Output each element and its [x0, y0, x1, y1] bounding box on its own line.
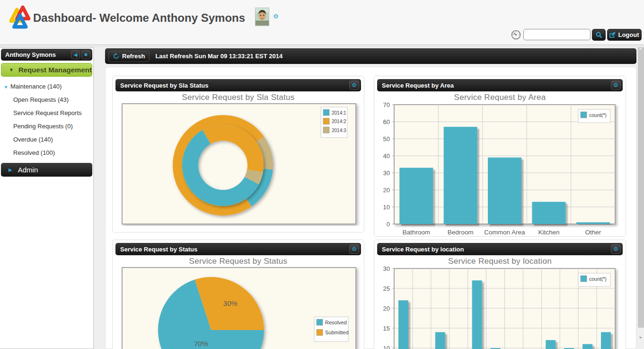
user-avatar[interactable] — [255, 8, 269, 26]
panel-sla-status-header: Service Request by Sla Status ⚙ — [115, 79, 361, 91]
page-title: Dashboard- Welcome Anthony Symons — [33, 11, 245, 25]
sidebar-item-service-request-reports[interactable]: Service Request Reports — [0, 106, 93, 119]
scrollbar-thumb[interactable] — [638, 47, 644, 328]
search-icon — [596, 32, 602, 38]
panel-settings-gear-icon[interactable]: ⚙ — [349, 244, 359, 254]
panel-settings-gear-icon[interactable]: ⚙ — [611, 244, 621, 254]
svg-text:Bedroom: Bedroom — [448, 229, 474, 236]
logout-label: Logout — [618, 31, 639, 38]
svg-text:Other: Other — [585, 229, 601, 236]
panel-status: Service Request by Status ⚙ Service Requ… — [112, 240, 364, 349]
svg-text:40: 40 — [383, 152, 390, 160]
search-button[interactable] — [592, 29, 606, 41]
refresh-icon — [113, 53, 119, 59]
svg-text:Kitchen: Kitchen — [538, 229, 559, 236]
chevron-down-icon: ▼ — [9, 67, 14, 72]
chart-title: Service Request by Status — [115, 255, 361, 267]
panel-settings-gear-icon[interactable]: ⚙ — [349, 81, 359, 90]
vertical-scrollbar[interactable]: ⌃ ⌄ — [638, 47, 644, 349]
refresh-button[interactable]: Refresh — [108, 51, 150, 62]
location-bar-chart: 051015202530count(*) — [377, 267, 624, 349]
sidebar-collapse-button[interactable]: ◀ — [71, 50, 80, 59]
chevron-down-icon: ▼ — [4, 85, 8, 89]
profile-settings-gear-icon[interactable]: ⚙ — [273, 13, 279, 20]
sidebar-item-open-requests[interactable]: Open Requests (43) — [0, 93, 93, 106]
svg-text:Common Area: Common Area — [484, 229, 525, 236]
panel-location: Service Request by location ⚙ Service Re… — [374, 240, 626, 349]
svg-text:30: 30 — [383, 267, 390, 272]
svg-text:15: 15 — [383, 325, 390, 332]
sidebar-item-resolved[interactable]: Resolved (100) — [0, 146, 93, 159]
chevron-right-icon: ▶ — [9, 167, 12, 172]
chart-title: Service Request by location — [377, 255, 623, 267]
sidebar-header: Anthony Symons ◀ ✖ — [1, 49, 92, 61]
chart-title: Service Request by Sla Status — [115, 91, 361, 103]
sidebar-item-request-management[interactable]: ▼ Request Management — [1, 63, 92, 77]
top-header: Dashboard- Welcome Anthony Symons ⚙ Logo… — [0, 0, 644, 45]
refresh-toolbar: Refresh Last Refresh Sun Mar 09 13:33:21… — [105, 48, 636, 64]
svg-text:2014:2: 2014:2 — [332, 119, 346, 124]
panel-location-header: Service Request by location ⚙ — [377, 243, 623, 255]
svg-text:10: 10 — [383, 345, 390, 349]
svg-text:10: 10 — [383, 204, 390, 211]
app-logo-icon — [5, 3, 32, 31]
svg-text:50: 50 — [383, 135, 390, 143]
logout-button[interactable]: Logout — [607, 29, 642, 41]
chart-title: Service Request by Area — [377, 91, 623, 103]
scroll-down-icon[interactable]: ⌄ — [638, 333, 643, 340]
sidebar: Anthony Symons ◀ ✖ ▼ Request Management … — [0, 47, 94, 349]
svg-text:0: 0 — [387, 221, 390, 228]
svg-text:20: 20 — [383, 305, 390, 312]
panel-sla-status: Service Request by Sla Status ⚙ Service … — [112, 76, 364, 233]
sla-status-donut-chart: 2014:12014:22014:3 — [115, 103, 362, 226]
panel-status-header: Service Request by Status ⚙ — [115, 243, 361, 255]
svg-text:70%: 70% — [194, 340, 208, 348]
svg-text:2014:1: 2014:1 — [332, 110, 346, 116]
external-link-icon — [609, 32, 615, 38]
sidebar-item-maintenance[interactable]: ▼Maintenance (140) — [0, 80, 93, 93]
status-pie-chart: 30%70%ResolvedSubmitted — [115, 267, 362, 349]
sidebar-item-admin[interactable]: ▶ Admin — [1, 163, 92, 177]
last-refresh-text: Last Refresh Sun Mar 09 13:33:21 EST 201… — [155, 53, 282, 60]
svg-text:2014:3: 2014:3 — [332, 128, 346, 133]
svg-text:Submitted: Submitted — [325, 330, 349, 335]
area-bar-chart: 010203040506070BathroomBedroomCommon Are… — [377, 103, 624, 241]
sidebar-close-button[interactable]: ✖ — [81, 50, 90, 59]
panel-area: Service Request by Area ⚙ Service Reques… — [374, 76, 626, 237]
scroll-up-icon[interactable]: ⌃ — [638, 47, 643, 54]
svg-text:70: 70 — [383, 103, 390, 108]
search-input[interactable] — [523, 29, 591, 40]
sidebar-item-overdue[interactable]: Overdue (140) — [0, 133, 93, 146]
svg-text:count(*): count(*) — [589, 276, 607, 282]
svg-text:20: 20 — [383, 187, 390, 194]
svg-text:60: 60 — [383, 118, 390, 125]
sidebar-user-title: Anthony Symons — [5, 51, 70, 58]
panel-area-header: Service Request by Area ⚙ — [377, 79, 623, 91]
svg-text:30%: 30% — [223, 299, 238, 307]
svg-text:Bathroom: Bathroom — [402, 229, 430, 236]
svg-text:25: 25 — [383, 285, 390, 292]
sidebar-item-pending-requests[interactable]: Pending Requests (0) — [0, 119, 93, 133]
svg-text:30: 30 — [383, 170, 390, 177]
svg-text:Resolved: Resolved — [325, 320, 347, 325]
panel-settings-gear-icon[interactable]: ⚙ — [611, 81, 621, 90]
svg-text:count(*): count(*) — [589, 112, 607, 118]
dashboard-gauge-icon[interactable] — [511, 30, 521, 40]
